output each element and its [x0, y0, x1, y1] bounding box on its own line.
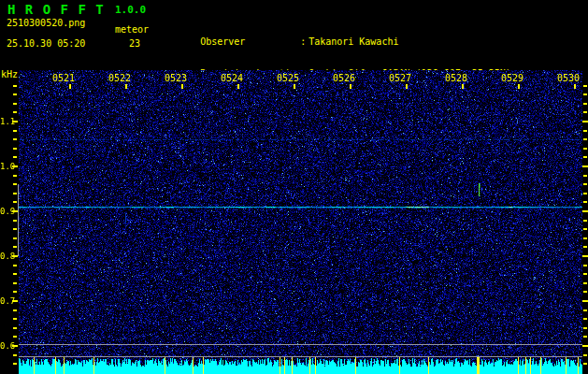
- freq-minor-tick-left: [13, 363, 17, 365]
- freq-minor-tick-left: [13, 246, 17, 248]
- freq-minor-tick-right: [583, 85, 587, 87]
- freq-major-tick-left: [12, 300, 18, 302]
- meta-row-location: Receiving Location:Ogaki, Gifu, JAPAN (1…: [166, 57, 511, 68]
- freq-minor-tick-right: [583, 183, 587, 185]
- freq-major-tick-right: [582, 300, 588, 302]
- freq-minor-tick-right: [583, 237, 587, 239]
- freq-minor-tick-right: [583, 130, 587, 132]
- freq-minor-tick-left: [13, 220, 17, 222]
- freq-minor-tick-right: [583, 156, 587, 158]
- freq-minor-tick-right: [583, 193, 587, 194]
- freq-minor-tick-right: [583, 291, 587, 293]
- freq-minor-tick-left: [13, 282, 17, 284]
- freq-minor-tick-left: [13, 265, 17, 266]
- freq-minor-tick-left: [13, 85, 17, 87]
- freq-minor-tick-left: [13, 336, 17, 338]
- freq-minor-tick-left: [13, 183, 17, 185]
- meta-row-observer: Observer:Takanori Kawachi: [166, 25, 511, 36]
- freq-minor-tick-left: [13, 291, 17, 293]
- observation-datetime: 25.10.30 05:20: [7, 38, 85, 49]
- freq-minor-tick-left: [13, 354, 17, 356]
- app-title: H R O F F T: [7, 2, 105, 17]
- freq-label-0.8: 0.8: [0, 252, 13, 261]
- freq-minor-tick-left: [13, 318, 17, 320]
- freq-minor-tick-right: [583, 94, 587, 95]
- freq-minor-tick-right: [583, 246, 587, 248]
- freq-label-1.1: 1.1: [0, 117, 13, 126]
- freq-minor-tick-right: [583, 148, 587, 150]
- freq-minor-tick-right: [583, 273, 587, 275]
- freq-minor-tick-left: [13, 130, 17, 132]
- hrofft-output-image: H R O F F T 1.0.0 2510300520.png meteor …: [0, 0, 588, 374]
- freq-label-1.0: 1.0: [0, 162, 13, 171]
- separator: :: [300, 36, 308, 48]
- freq-minor-tick-right: [583, 309, 587, 311]
- freq-minor-tick-right: [583, 103, 587, 105]
- freq-minor-tick-left: [13, 148, 17, 150]
- output-filename: 2510300520.png: [7, 18, 85, 28]
- freq-minor-tick-left: [13, 273, 17, 275]
- freq-minor-tick-right: [583, 111, 587, 113]
- freq-minor-tick-left: [13, 175, 17, 177]
- freq-minor-tick-left: [13, 193, 17, 194]
- freq-minor-tick-left: [13, 309, 17, 311]
- freq-minor-tick-left: [13, 327, 17, 329]
- freq-minor-tick-right: [583, 201, 587, 203]
- freq-minor-tick-right: [583, 354, 587, 356]
- freq-minor-tick-right: [583, 327, 587, 329]
- freq-label-0.6: 0.6: [0, 341, 13, 351]
- freq-minor-tick-right: [583, 220, 587, 222]
- app-version: 1.0.0: [115, 4, 146, 16]
- frequency-unit-label: kHz: [1, 69, 18, 79]
- freq-major-tick-left: [12, 345, 18, 347]
- freq-major-tick-right: [582, 345, 588, 347]
- freq-minor-tick-right: [583, 363, 587, 365]
- freq-major-tick-left: [12, 165, 18, 167]
- freq-minor-tick-right: [583, 318, 587, 320]
- freq-minor-tick-right: [583, 336, 587, 338]
- freq-minor-tick-right: [583, 175, 587, 177]
- observer-value: Takanori Kawachi: [308, 36, 398, 47]
- freq-major-tick-right: [582, 121, 588, 122]
- freq-label-0.9: 0.9: [0, 207, 13, 216]
- freq-minor-tick-left: [13, 201, 17, 203]
- freq-minor-tick-right: [583, 228, 587, 230]
- freq-minor-tick-right: [583, 138, 587, 140]
- freq-major-tick-left: [12, 210, 18, 212]
- freq-minor-tick-right: [583, 282, 587, 284]
- freq-major-tick-right: [582, 165, 588, 167]
- freq-minor-tick-right: [583, 265, 587, 266]
- freq-major-tick-right: [582, 210, 588, 212]
- freq-label-0.7: 0.7: [0, 296, 13, 306]
- freq-minor-tick-left: [13, 94, 17, 95]
- spectrogram-canvas: [19, 70, 582, 374]
- freq-minor-tick-left: [13, 228, 17, 230]
- echo-count: 23: [129, 38, 140, 49]
- freq-major-tick-left: [12, 255, 18, 257]
- freq-minor-tick-left: [13, 103, 17, 105]
- observer-label: Observer: [200, 36, 300, 48]
- freq-major-tick-left: [12, 121, 18, 122]
- freq-minor-tick-left: [13, 111, 17, 113]
- mode-label: meteor: [115, 24, 149, 35]
- freq-minor-tick-left: [13, 237, 17, 239]
- freq-minor-tick-left: [13, 156, 17, 158]
- freq-major-tick-right: [582, 255, 588, 257]
- freq-minor-tick-left: [13, 138, 17, 140]
